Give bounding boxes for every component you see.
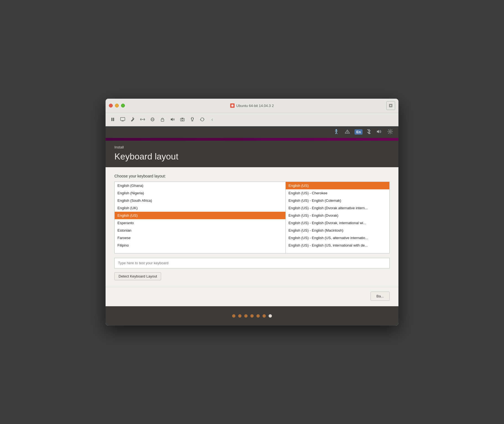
resize-icon[interactable] [386,101,395,110]
list-item[interactable]: English (US) - English (Macintosh) [286,227,389,234]
language-indicator[interactable]: En [355,129,363,135]
usb-button[interactable] [188,115,197,124]
lock-button[interactable] [158,115,167,124]
main-content: Choose your keyboard layout: English (Gh… [106,167,398,287]
footer-bar [106,306,398,326]
progress-dot-3 [244,314,248,318]
system-bar: En [106,126,398,138]
svg-rect-22 [191,118,191,119]
arrows-button[interactable] [138,115,147,124]
progress-dot-4 [250,314,254,318]
bottom-nav: Ba... [106,287,398,306]
volume-sys-icon[interactable] [375,128,383,136]
keyboard-layout-right-list[interactable]: English (US)English (US) - CherokeeEngli… [286,182,390,253]
svg-rect-16 [182,118,183,119]
keyboard-layout-icon[interactable] [343,128,351,136]
list-item[interactable]: English (US) - English (US, internationa… [286,242,389,249]
detect-keyboard-layout-button[interactable]: Detect Keyboard Layout [114,272,161,280]
pause-button[interactable] [108,115,117,124]
app-icon [230,103,235,108]
list-item[interactable]: English (US) - English (US, alternative … [286,234,389,242]
svg-rect-23 [193,118,194,119]
wrench-button[interactable] [128,115,137,124]
list-item[interactable]: English (US) [286,182,389,189]
progress-dot-5 [256,314,260,318]
svg-marker-28 [377,130,379,133]
back-button[interactable]: Ba... [371,292,390,301]
lists-container: English (Ghana)English (Nigeria)English … [114,182,390,253]
svg-point-0 [231,104,233,107]
toolbar: ‹ [106,113,398,126]
svg-rect-2 [390,105,392,106]
choose-label: Choose your keyboard layout: [114,174,390,178]
keyboard-test-input[interactable] [114,258,390,268]
list-item[interactable]: English (US) - English (Dvorak) [286,212,389,219]
maximize-button[interactable] [121,104,125,108]
window-title: Ubuntu 64-bit 14.04.3 2 [230,103,274,108]
volume-button[interactable] [168,115,177,124]
svg-rect-3 [111,118,112,121]
svg-point-27 [347,132,348,133]
settings-sys-icon[interactable] [386,128,394,137]
list-item[interactable]: English (US) [115,212,285,219]
arrow-button[interactable]: ‹ [208,115,217,124]
header-bar [106,138,398,141]
sync-button[interactable] [198,115,207,124]
display-button[interactable] [118,115,127,124]
svg-marker-13 [171,118,173,121]
svg-rect-12 [161,119,164,121]
list-item[interactable]: Esperanto [115,219,285,227]
svg-rect-17 [191,117,193,120]
progress-dot-7 [269,314,272,318]
list-item[interactable]: English (UK) [115,204,285,212]
progress-dot-2 [238,314,242,318]
list-item[interactable]: Estonian [115,227,285,234]
svg-rect-4 [113,118,114,121]
close-button[interactable] [109,104,113,108]
list-item[interactable]: English (US) - English (Dvorak, internat… [286,219,389,227]
traffic-lights [109,104,125,108]
list-item[interactable]: English (South Africa) [115,197,285,204]
globe-button[interactable] [148,115,157,124]
install-header: Install Keyboard layout [106,141,398,167]
list-item[interactable]: English (Ghana) [115,182,285,189]
title-bar: Ubuntu 64-bit 14.04.3 2 [106,99,398,113]
list-item[interactable]: Filipino [115,242,285,249]
page-title: Keyboard layout [114,151,390,162]
keyboard-layout-left-list[interactable]: English (Ghana)English (Nigeria)English … [114,182,286,253]
list-item[interactable]: English (US) - English (Colemak) [286,197,389,204]
camera-button[interactable] [178,115,187,124]
window: Ubuntu 64-bit 14.04.3 2 [106,99,398,326]
bluetooth-icon[interactable] [366,128,372,137]
progress-dot-1 [232,314,235,318]
list-item[interactable]: Faroese [115,234,285,242]
svg-rect-5 [120,117,125,121]
svg-point-15 [182,119,183,121]
minimize-button[interactable] [115,104,119,108]
list-item[interactable]: English (US) - English (Dvorak alternati… [286,204,389,212]
list-item[interactable]: English (US) - Cherokee [286,189,389,197]
breadcrumb: Install [114,145,390,149]
list-item[interactable]: English (Nigeria) [115,189,285,197]
svg-point-29 [389,131,391,132]
progress-dot-6 [262,314,266,318]
accessibility-icon[interactable] [332,128,340,137]
